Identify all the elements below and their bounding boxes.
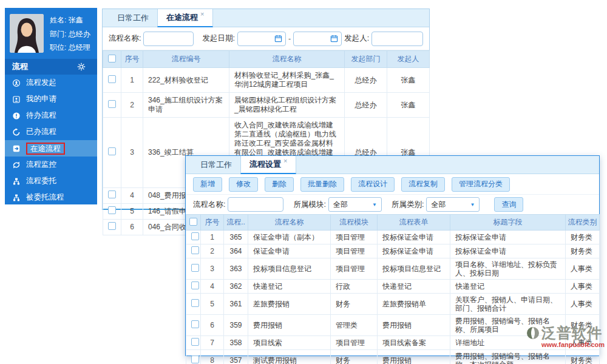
row-checkbox[interactable] xyxy=(191,338,199,346)
row-checkbox[interactable] xyxy=(108,75,116,83)
row-checkbox[interactable] xyxy=(191,232,199,240)
chevron-down-icon: ▼ xyxy=(470,202,475,207)
gear-icon[interactable] xyxy=(77,62,86,71)
row-checkbox[interactable] xyxy=(191,320,199,328)
table-cell: 快递登记 xyxy=(248,280,331,294)
process-name-input[interactable] xyxy=(143,32,194,46)
delete-button[interactable]: 删除 xyxy=(265,177,294,192)
sidebar-item-label: 待办流程 xyxy=(26,110,56,121)
start-date-label: 发起日期: xyxy=(202,33,234,44)
sidebar-item-my-applications[interactable]: 我的申请 xyxy=(5,91,97,107)
table-cell: 投标保证金申请 xyxy=(450,231,566,244)
manage-category-button[interactable]: 管理流程分类 xyxy=(452,177,510,192)
start-date-from-input[interactable] xyxy=(237,32,286,46)
row-checkbox[interactable] xyxy=(191,356,199,363)
row-checkbox[interactable] xyxy=(191,264,199,272)
table-cell: 项目管理 xyxy=(331,336,378,350)
table-cell: 总经办 xyxy=(345,93,387,118)
close-tab-icon[interactable]: × xyxy=(200,10,204,18)
row-checkbox[interactable] xyxy=(191,281,199,289)
column-header: 流程.. xyxy=(224,215,248,231)
process-name-input[interactable] xyxy=(228,197,283,212)
fanpu-watermark: 泛普软件 www.fanpusoft.com xyxy=(526,325,605,348)
row-seq: 1 xyxy=(201,231,224,244)
initiator-input[interactable] xyxy=(371,32,423,46)
row-checkbox[interactable] xyxy=(108,100,116,108)
panel2-filter-bar: 流程名称: 所属模块: 全部▼ 所属类别: 全部▼ 查询 xyxy=(186,195,599,214)
table-cell: 总经办 xyxy=(345,68,387,93)
row-checkbox[interactable] xyxy=(108,190,116,198)
process-copy-button[interactable]: 流程复制 xyxy=(401,177,445,192)
table-cell: 财务类 xyxy=(566,231,600,244)
sidebar-item-in-transit-processes[interactable]: 在途流程 xyxy=(5,140,97,157)
calendar-icon[interactable] xyxy=(274,35,282,42)
row-seq: 3 xyxy=(201,258,224,280)
sidebar-item-label: 流程发起 xyxy=(26,78,56,88)
tab-process-settings[interactable]: 流程设置 × xyxy=(240,156,296,174)
annotation-red-box: 在途流程 xyxy=(26,143,65,155)
table-cell: 测试费用报销 xyxy=(248,350,331,364)
row-checkbox[interactable] xyxy=(108,147,116,155)
panel2-toolbar: 新增 修改 删除 批量删除 流程设计 流程复制 管理流程分类 xyxy=(186,174,599,195)
row-checkbox[interactable] xyxy=(191,246,199,254)
row-checkbox-cell xyxy=(103,93,121,118)
table-cell: 人事类 xyxy=(566,294,600,315)
start-date-to-input[interactable] xyxy=(293,32,342,46)
row-checkbox[interactable] xyxy=(108,206,116,214)
delegated-icon xyxy=(12,194,21,202)
row-checkbox-cell xyxy=(186,231,201,244)
batch-delete-button[interactable]: 批量删除 xyxy=(300,177,344,192)
sidebar-item-process-launch[interactable]: 流程发起 xyxy=(5,75,97,91)
category-select[interactable]: 全部▼ xyxy=(426,197,480,212)
avatar-photo xyxy=(10,14,44,53)
table-cell: 项目管理 xyxy=(331,244,378,258)
select-all-checkbox[interactable] xyxy=(189,218,197,226)
row-checkbox-cell xyxy=(103,188,121,204)
sidebar-item-done-processes[interactable]: 已办流程 xyxy=(5,124,97,140)
process-design-button[interactable]: 流程设计 xyxy=(351,177,395,192)
row-seq: 6 xyxy=(121,220,143,235)
chevron-down-icon: ▼ xyxy=(372,202,377,207)
row-seq: 1 xyxy=(121,68,143,93)
table-cell: 费用报销 xyxy=(378,350,450,364)
table-cell: 346_施工组织设计方案申请 xyxy=(143,93,229,118)
tab-daily-work[interactable]: 日常工作 xyxy=(192,156,240,174)
header-checkbox-cell xyxy=(103,51,121,68)
row-checkbox[interactable] xyxy=(191,299,199,307)
close-tab-icon[interactable]: × xyxy=(283,157,287,164)
add-button[interactable]: 新增 xyxy=(193,177,222,192)
edit-button[interactable]: 修改 xyxy=(229,177,258,192)
module-select[interactable]: 全部▼ xyxy=(328,197,382,212)
table-cell: 项目线索 xyxy=(248,336,331,350)
tab-daily-work[interactable]: 日常工作 xyxy=(109,9,157,27)
row-checkbox[interactable] xyxy=(108,222,116,230)
sidebar-item-delegated-processes[interactable]: 被委托流程 xyxy=(5,189,97,206)
table-cell: 材料验收登记_材料采购_张鑫_华润12城房建工程项目 xyxy=(229,68,345,93)
calendar-icon[interactable] xyxy=(330,35,338,42)
table-cell: 财务 xyxy=(331,350,378,364)
row-checkbox-cell xyxy=(186,336,201,350)
sidebar-item-process-monitor[interactable]: 流程监控 xyxy=(5,157,97,173)
column-header: 流程编号 xyxy=(143,51,229,68)
table-cell: 365 xyxy=(224,231,248,244)
table-cell: 项目管理 xyxy=(331,231,378,244)
table-cell: 关联客户、报销人、申请日期、部门、报销合计 xyxy=(450,294,566,315)
table-cell: 投标保证金申请 xyxy=(378,244,450,258)
table-cell: 投标保证金申请 xyxy=(378,231,450,244)
table-cell: 快递登记 xyxy=(450,280,566,294)
table-cell: 项目线索备案 xyxy=(378,336,450,350)
table-row: 5361差旅费报销财务差旅费报销单关联客户、报销人、申请日期、部门、报销合计人事… xyxy=(186,294,600,315)
table-row: 1222_材料验收登记材料验收登记_材料采购_张鑫_华润12城房建工程项目总经办… xyxy=(103,68,430,93)
panel2-tabbar: 日常工作 流程设置 × xyxy=(186,156,599,174)
search-button[interactable]: 查询 xyxy=(494,197,523,212)
select-all-checkbox[interactable] xyxy=(108,55,116,62)
sidebar-item-todo-processes[interactable]: 待办流程 xyxy=(5,107,97,124)
column-header: 序号 xyxy=(121,51,143,68)
tab-in-transit[interactable]: 在途流程 × xyxy=(157,9,213,27)
column-header: 标题字段 xyxy=(450,215,566,231)
sidebar-item-label: 流程监控 xyxy=(26,160,56,170)
sidebar-item-process-delegation[interactable]: 流程委托 xyxy=(5,173,97,189)
user-department: 部门: 总经办 xyxy=(50,29,90,39)
sidebar-item-label: 我的申请 xyxy=(26,94,56,104)
panel1-tabbar: 日常工作 在途流程 × xyxy=(103,9,429,27)
